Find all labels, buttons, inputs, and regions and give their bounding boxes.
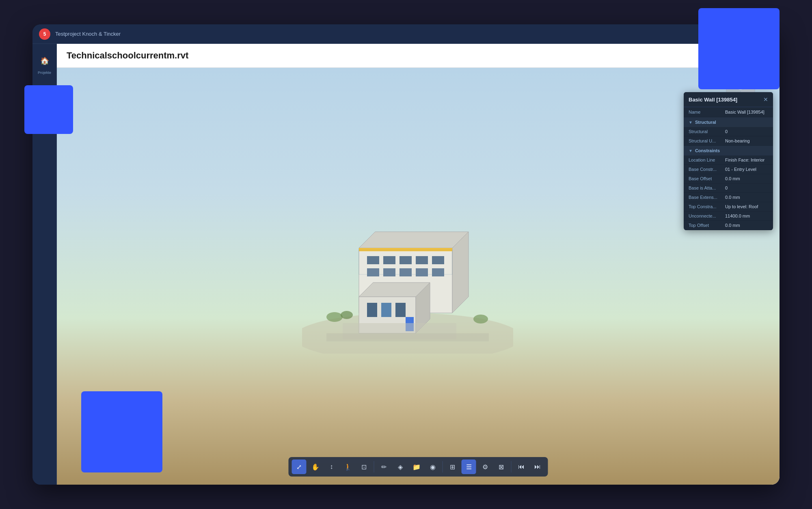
prop-name-base-extension: Base Extens... bbox=[689, 195, 725, 200]
settings-btn[interactable]: ⚙ bbox=[478, 459, 492, 474]
rotate-btn[interactable]: ⤢ bbox=[292, 459, 307, 474]
prop-row-unconnected: Unconnecte... 11400.0 mm bbox=[684, 211, 773, 221]
svg-rect-20 bbox=[395, 303, 406, 317]
svg-rect-5 bbox=[383, 256, 395, 264]
name-label: Name bbox=[689, 110, 725, 114]
object-btn[interactable]: ◉ bbox=[425, 459, 440, 474]
next-btn[interactable]: ⏭ bbox=[530, 459, 545, 474]
panel-header: Basic Wall [139854] ✕ bbox=[684, 92, 773, 107]
file-header: Technicalschoolcurrentm.rvt bbox=[57, 44, 780, 68]
svg-rect-11 bbox=[400, 268, 412, 276]
prop-row-location-line: Location Line Finish Face: Interior bbox=[684, 155, 773, 165]
building-scene bbox=[302, 199, 513, 354]
measure-btn[interactable]: ◈ bbox=[393, 459, 408, 474]
svg-point-25 bbox=[473, 315, 488, 324]
svg-rect-14 bbox=[359, 248, 452, 251]
decorative-square-top-right bbox=[698, 8, 780, 89]
prop-row-structural-usage: Structural U... Non-bearing bbox=[684, 136, 773, 146]
prop-name-top-offset: Top Offset bbox=[689, 223, 725, 228]
svg-rect-7 bbox=[416, 256, 428, 264]
name-value: Basic Wall [139854] bbox=[725, 110, 764, 114]
prop-value-base-offset: 0.0 mm bbox=[725, 176, 768, 181]
prop-row-top-constraint: Top Constra... Up to level: Roof bbox=[684, 202, 773, 211]
grid-btn[interactable]: ⊞ bbox=[445, 459, 460, 474]
separator-2 bbox=[443, 461, 443, 472]
file-title: Technicalschoolcurrentm.rvt bbox=[67, 50, 770, 61]
viewer-toolbar: ⤢ ✋ ↕ 🚶 ⊡ ✏ ◈ 📁 ◉ ⊞ ☰ ⚙ ⊠ ⏮ bbox=[289, 457, 548, 477]
prop-value-base-constraint: 01 - Entry Level bbox=[725, 167, 768, 172]
prop-value-location-line: Finish Face: Interior bbox=[725, 157, 768, 162]
decorative-square-bottom-left bbox=[81, 391, 162, 472]
svg-marker-2 bbox=[359, 232, 469, 248]
svg-rect-12 bbox=[416, 268, 428, 276]
prop-value-top-constraint: Up to level: Roof bbox=[725, 204, 768, 209]
prop-row-base-constraint: Base Constr... 01 - Entry Level bbox=[684, 165, 773, 174]
separator-1 bbox=[374, 461, 374, 472]
svg-rect-19 bbox=[381, 303, 391, 317]
chevron-down-icon-constraints: ▼ bbox=[689, 149, 693, 153]
prop-row-structural: Structural 0 bbox=[684, 127, 773, 136]
section-label-structural: Structural bbox=[695, 120, 716, 125]
decorative-square-left bbox=[24, 85, 73, 134]
pan-btn[interactable]: ✋ bbox=[308, 459, 323, 474]
section-header-structural[interactable]: ▼ Structural bbox=[684, 117, 773, 127]
prop-row-base-attached: Base is Atta... 0 bbox=[684, 183, 773, 193]
prop-name-location-line: Location Line bbox=[689, 157, 725, 162]
prop-value-structural: 0 bbox=[725, 129, 768, 134]
prop-value-structural-usage: Non-bearing bbox=[725, 138, 768, 143]
prop-row-base-offset: Base Offset 0.0 mm bbox=[684, 174, 773, 183]
svg-rect-4 bbox=[367, 256, 379, 264]
prop-value-base-extension: 0.0 mm bbox=[725, 195, 768, 200]
render-btn[interactable]: ⊠ bbox=[494, 459, 509, 474]
edit-btn[interactable]: ✏ bbox=[377, 459, 391, 474]
svg-rect-27 bbox=[326, 333, 489, 341]
layers-btn[interactable]: ☰ bbox=[462, 459, 476, 474]
content-area: Technicalschoolcurrentm.rvt bbox=[57, 44, 780, 485]
folder-btn[interactable]: 📁 bbox=[409, 459, 424, 474]
viewer-container[interactable]: ⌂ TOP RIGHT FRONT bbox=[57, 68, 780, 485]
svg-point-24 bbox=[341, 311, 353, 319]
panel-title: Basic Wall [139854] bbox=[689, 97, 737, 103]
prev-btn[interactable]: ⏮ bbox=[514, 459, 529, 474]
prop-value-top-offset: 0.0 mm bbox=[725, 223, 768, 228]
title-bar-text: Testproject Knoch & Tincker bbox=[55, 31, 121, 37]
title-bar: 5 Testproject Knoch & Tincker bbox=[32, 24, 780, 44]
sidebar-item-projects[interactable]: 🏠 Projekte bbox=[34, 50, 55, 77]
walk-btn[interactable]: 🚶 bbox=[341, 459, 355, 474]
svg-rect-18 bbox=[367, 303, 377, 317]
prop-name-base-attached: Base is Atta... bbox=[689, 185, 725, 190]
properties-panel: Basic Wall [139854] ✕ Name Basic Wall [1… bbox=[684, 92, 773, 230]
section-label-constraints: Constraints bbox=[695, 148, 720, 153]
separator-3 bbox=[511, 461, 512, 472]
panel-close-button[interactable]: ✕ bbox=[763, 96, 768, 103]
zoom-btn[interactable]: ↕ bbox=[324, 459, 339, 474]
svg-rect-8 bbox=[432, 256, 444, 264]
name-row: Name Basic Wall [139854] bbox=[684, 107, 773, 117]
prop-row-base-extension: Base Extens... 0.0 mm bbox=[684, 193, 773, 202]
prop-value-base-attached: 0 bbox=[725, 185, 768, 190]
svg-rect-9 bbox=[367, 268, 379, 276]
sidebar-projects-icon: 🏠 bbox=[36, 52, 54, 70]
section-header-constraints[interactable]: ▼ Constraints bbox=[684, 146, 773, 155]
svg-rect-6 bbox=[400, 256, 412, 264]
prop-name-unconnected: Unconnecte... bbox=[689, 214, 725, 218]
svg-rect-13 bbox=[432, 268, 444, 276]
chevron-down-icon: ▼ bbox=[689, 120, 693, 125]
prop-name-base-offset: Base Offset bbox=[689, 176, 725, 181]
svg-rect-10 bbox=[383, 268, 395, 276]
prop-row-top-offset: Top Offset 0.0 mm bbox=[684, 221, 773, 230]
prop-name-structural: Structural bbox=[689, 129, 725, 134]
app-logo: 5 bbox=[39, 28, 50, 40]
prop-value-unconnected: 11400.0 mm bbox=[725, 214, 768, 218]
prop-name-structural-usage: Structural U... bbox=[689, 138, 725, 143]
sidebar-projects-label: Projekte bbox=[38, 71, 51, 75]
prop-name-base-constraint: Base Constr... bbox=[689, 167, 725, 172]
svg-point-23 bbox=[326, 312, 343, 322]
prop-name-top-constraint: Top Constra... bbox=[689, 204, 725, 209]
section-btn[interactable]: ⊡ bbox=[357, 459, 371, 474]
